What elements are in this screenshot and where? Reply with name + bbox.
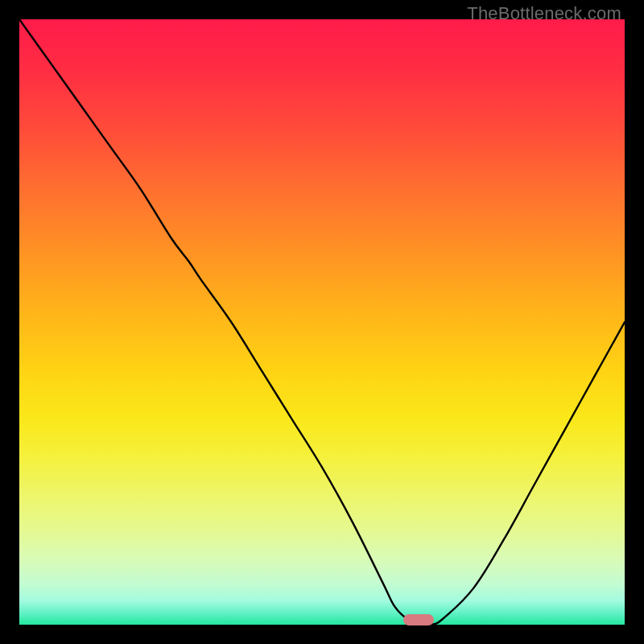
plot-area <box>19 19 625 625</box>
optimal-marker <box>403 614 434 625</box>
chart-frame: TheBottleneck.com <box>0 0 644 644</box>
attribution-text: TheBottleneck.com <box>467 3 621 24</box>
bottleneck-curve <box>19 19 625 625</box>
